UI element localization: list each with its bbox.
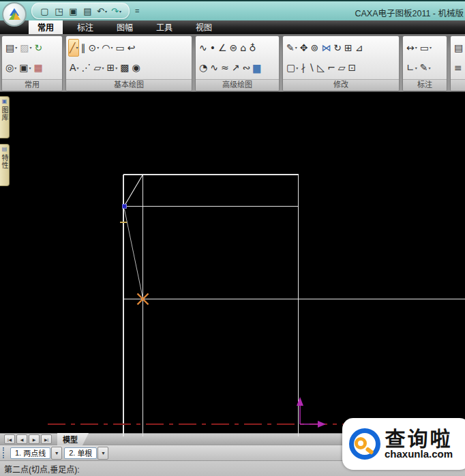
- copy-tool[interactable]: ▣▾: [18, 59, 32, 76]
- extend-tool[interactable]: ∖: [307, 59, 316, 76]
- option-field-2[interactable]: 2.单根: [64, 447, 97, 459]
- arc-icon: ◠: [102, 43, 110, 53]
- mirror-tool[interactable]: ⋈: [320, 39, 332, 57]
- chamfer-tool[interactable]: ◺: [316, 59, 326, 76]
- sheet-settings-tool[interactable]: ▤: [453, 39, 464, 57]
- spline-tool[interactable]: ∿: [198, 39, 209, 57]
- arc-tool[interactable]: ◠▾: [100, 39, 114, 57]
- scale-tool[interactable]: ⊿: [354, 39, 365, 57]
- new-file-button[interactable]: ▢: [38, 5, 52, 18]
- customize-toolbar-button[interactable]: =: [135, 7, 139, 15]
- point-tool[interactable]: •: [209, 39, 217, 57]
- ellipse-tool[interactable]: ⊜: [228, 39, 239, 57]
- wave-line-tool[interactable]: ∿: [209, 59, 220, 76]
- dimension-edit-dropdown[interactable]: ▾: [428, 65, 430, 70]
- option-field-1[interactable]: 1.两点线: [10, 447, 50, 459]
- erase-tool[interactable]: ✎▾: [285, 39, 299, 57]
- title-bar: ▢◳▣▤↶▾↷▾ = CAXA电子图板2011 - 机械版: [0, 0, 465, 20]
- option-dropdown-1[interactable]: ▼: [51, 447, 62, 460]
- polyline-tool[interactable]: ↩: [126, 39, 137, 57]
- arc-dropdown[interactable]: ▾: [110, 45, 112, 50]
- undo-button[interactable]: ↶▾: [95, 5, 109, 18]
- copy-dropdown[interactable]: ▾: [29, 65, 31, 70]
- double-wave-tool[interactable]: ≈: [220, 59, 230, 76]
- paste-dropdown[interactable]: ▾: [15, 45, 17, 50]
- dimension-tool[interactable]: ↔▾: [405, 39, 419, 57]
- offset-tool[interactable]: ▱: [337, 59, 347, 76]
- save-button[interactable]: ▣: [66, 5, 80, 18]
- detail-tool-dropdown[interactable]: ▾: [115, 65, 117, 70]
- print-button[interactable]: ▤: [80, 5, 95, 18]
- coordinate-dimension-dropdown[interactable]: ▾: [415, 65, 417, 70]
- text-icon: A: [70, 63, 76, 72]
- point-line-tool[interactable]: ⋰: [80, 59, 93, 76]
- select-tool[interactable]: ▢▾: [285, 59, 299, 76]
- array-tool[interactable]: ⊞: [343, 39, 354, 57]
- zoom-tool[interactable]: ◎▾: [4, 59, 18, 76]
- tab-home[interactable]: 常用: [29, 19, 63, 34]
- format-brush-dropdown[interactable]: ▾: [29, 45, 31, 50]
- solid-fill-tool[interactable]: ▆: [252, 59, 262, 76]
- annotation-tool[interactable]: ▭▾: [419, 39, 433, 57]
- contour-tool[interactable]: ∾: [241, 59, 252, 76]
- polygon-tool[interactable]: ⌂: [239, 39, 247, 57]
- dimension-dropdown[interactable]: ▾: [415, 45, 417, 50]
- arrow-icon: ↗: [232, 63, 240, 72]
- coordinate-dimension-tool[interactable]: ∟▾: [405, 59, 419, 76]
- quick-access-toolbar: ▢◳▣▤↶▾↷▾: [31, 3, 130, 19]
- ribbon-group-label: 基本绘图: [66, 79, 192, 91]
- redo-dropdown[interactable]: ▾: [119, 9, 121, 14]
- option-dropdown-2[interactable]: ▼: [97, 447, 108, 460]
- tab-view[interactable]: 视图: [187, 19, 221, 34]
- tab-dimension[interactable]: 标注: [68, 19, 102, 34]
- toolbar-grip[interactable]: [3, 447, 7, 458]
- sidebar-tab-label: 图库: [0, 106, 10, 121]
- text-dropdown[interactable]: ▾: [77, 65, 79, 70]
- tab-sheet[interactable]: 图幅: [108, 19, 142, 34]
- layer-tool[interactable]: ≡: [453, 59, 464, 76]
- stretch-tool[interactable]: ⊡: [346, 59, 357, 76]
- sidebar-tab-library[interactable]: ▣图库: [0, 96, 10, 138]
- detail-tool-tool[interactable]: ⊞▾: [105, 59, 119, 76]
- options-tool[interactable]: ▦: [32, 59, 44, 76]
- erase-dropdown[interactable]: ▾: [295, 45, 297, 50]
- fillet-tool[interactable]: ⌐: [326, 59, 337, 76]
- open-file-button[interactable]: ◳: [52, 5, 66, 18]
- line-tool[interactable]: ╱▾: [68, 39, 79, 57]
- tab-tools[interactable]: 工具: [147, 19, 181, 34]
- trim-tool[interactable]: ∤: [299, 59, 307, 76]
- center-circle-icon: ♁: [249, 43, 256, 53]
- circle-dropdown[interactable]: ▾: [97, 45, 99, 50]
- extend-icon: ∖: [308, 63, 314, 72]
- text-tool[interactable]: A▾: [68, 59, 80, 76]
- angle-line-tool[interactable]: ∠: [217, 39, 228, 57]
- center-circle-tool[interactable]: ♁: [247, 39, 257, 57]
- format-brush-tool[interactable]: ▨▾: [18, 39, 33, 57]
- hatch-tool[interactable]: ▩: [119, 59, 130, 76]
- circle-tool[interactable]: ⊙▾: [87, 39, 100, 57]
- move-tool[interactable]: ✥: [299, 39, 310, 57]
- dimension-edit-tool[interactable]: ✎▾: [419, 59, 432, 76]
- shape-dropdown[interactable]: ▾: [102, 65, 104, 70]
- rotate-tool[interactable]: ↻: [332, 39, 343, 57]
- arrow-tool[interactable]: ↗: [230, 59, 241, 76]
- line-dropdown[interactable]: ▾: [76, 45, 78, 50]
- drawing-canvas[interactable]: [10, 92, 465, 436]
- region-tool[interactable]: ◉: [130, 59, 141, 76]
- select-dropdown[interactable]: ▾: [296, 65, 298, 70]
- rectangle-tool[interactable]: ▭: [114, 39, 125, 57]
- zoom-dropdown[interactable]: ▾: [14, 65, 16, 70]
- refresh-tool[interactable]: ↻: [33, 39, 44, 57]
- parallel-line-tool[interactable]: ∥: [79, 39, 87, 57]
- pie-tool[interactable]: ◔: [198, 59, 209, 76]
- paste-tool[interactable]: ▤▾: [4, 39, 18, 57]
- copy-object-tool[interactable]: ⊚: [309, 39, 320, 57]
- shape-tool[interactable]: ▱▾: [93, 59, 106, 76]
- ribbon-group-label: 标注: [403, 79, 447, 91]
- model-tab[interactable]: 模型: [57, 433, 89, 445]
- app-menu-button[interactable]: [2, 2, 27, 27]
- annotation-dropdown[interactable]: ▾: [430, 45, 432, 50]
- sidebar-tab-properties[interactable]: ▤特性: [0, 144, 10, 186]
- undo-dropdown[interactable]: ▾: [105, 9, 107, 14]
- redo-button[interactable]: ↷▾: [109, 5, 123, 18]
